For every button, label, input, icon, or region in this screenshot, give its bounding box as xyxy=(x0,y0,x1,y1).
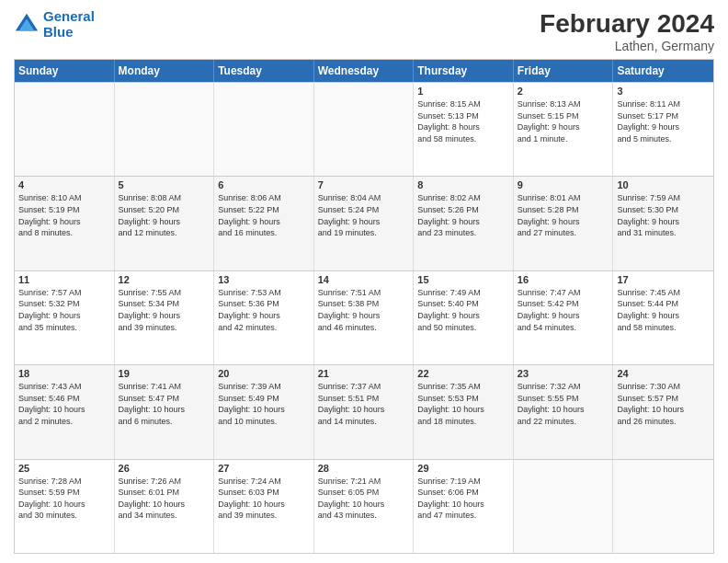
day-info: Sunrise: 7:57 AM Sunset: 5:32 PM Dayligh… xyxy=(18,287,110,333)
day-number: 5 xyxy=(119,179,210,190)
day-cell-8: 8Sunrise: 8:02 AM Sunset: 5:26 PM Daylig… xyxy=(414,177,514,270)
logo: General Blue xyxy=(14,9,95,40)
header-day-monday: Monday xyxy=(115,60,215,82)
day-cell-28: 28Sunrise: 7:21 AM Sunset: 6:05 PM Dayli… xyxy=(314,460,415,553)
day-cell-26: 26Sunrise: 7:26 AM Sunset: 6:01 PM Dayli… xyxy=(115,460,215,553)
day-number: 18 xyxy=(18,368,110,379)
calendar-row-5: 25Sunrise: 7:28 AM Sunset: 5:59 PM Dayli… xyxy=(15,459,713,553)
day-number: 10 xyxy=(617,179,710,190)
title-block: February 2024 Lathen, Germany xyxy=(540,9,714,53)
day-number: 3 xyxy=(617,86,710,97)
day-info: Sunrise: 8:13 AM Sunset: 5:15 PM Dayligh… xyxy=(518,98,609,144)
day-number: 15 xyxy=(417,274,509,285)
day-cell-10: 10Sunrise: 7:59 AM Sunset: 5:30 PM Dayli… xyxy=(613,177,713,270)
day-info: Sunrise: 7:30 AM Sunset: 5:57 PM Dayligh… xyxy=(617,381,710,427)
day-info: Sunrise: 7:59 AM Sunset: 5:30 PM Dayligh… xyxy=(617,192,710,238)
day-cell-18: 18Sunrise: 7:43 AM Sunset: 5:46 PM Dayli… xyxy=(15,365,115,458)
day-cell-11: 11Sunrise: 7:57 AM Sunset: 5:32 PM Dayli… xyxy=(15,271,115,364)
day-cell-2: 2Sunrise: 8:13 AM Sunset: 5:15 PM Daylig… xyxy=(514,83,614,176)
day-number: 13 xyxy=(218,274,310,285)
day-number: 26 xyxy=(119,463,210,474)
day-cell-4: 4Sunrise: 8:10 AM Sunset: 5:19 PM Daylig… xyxy=(15,177,115,270)
empty-cell xyxy=(514,460,614,553)
empty-cell xyxy=(314,83,415,176)
day-number: 1 xyxy=(417,86,509,97)
day-info: Sunrise: 7:37 AM Sunset: 5:51 PM Dayligh… xyxy=(318,381,410,427)
day-number: 14 xyxy=(318,274,410,285)
day-number: 17 xyxy=(617,274,710,285)
calendar: SundayMondayTuesdayWednesdayThursdayFrid… xyxy=(14,59,714,554)
header-day-wednesday: Wednesday xyxy=(314,60,415,82)
day-info: Sunrise: 7:35 AM Sunset: 5:53 PM Dayligh… xyxy=(417,381,509,427)
day-cell-20: 20Sunrise: 7:39 AM Sunset: 5:49 PM Dayli… xyxy=(214,365,314,458)
header: General Blue February 2024 Lathen, Germa… xyxy=(14,9,714,53)
month-title: February 2024 xyxy=(540,9,714,39)
day-info: Sunrise: 7:39 AM Sunset: 5:49 PM Dayligh… xyxy=(218,381,310,427)
day-info: Sunrise: 7:43 AM Sunset: 5:46 PM Dayligh… xyxy=(18,381,110,427)
day-cell-15: 15Sunrise: 7:49 AM Sunset: 5:40 PM Dayli… xyxy=(414,271,514,364)
day-cell-16: 16Sunrise: 7:47 AM Sunset: 5:42 PM Dayli… xyxy=(514,271,614,364)
day-number: 11 xyxy=(18,274,110,285)
day-number: 7 xyxy=(318,179,410,190)
day-cell-19: 19Sunrise: 7:41 AM Sunset: 5:47 PM Dayli… xyxy=(115,365,215,458)
day-info: Sunrise: 7:19 AM Sunset: 6:06 PM Dayligh… xyxy=(417,476,509,522)
calendar-row-3: 11Sunrise: 7:57 AM Sunset: 5:32 PM Dayli… xyxy=(15,270,713,364)
day-number: 12 xyxy=(119,274,210,285)
day-info: Sunrise: 7:49 AM Sunset: 5:40 PM Dayligh… xyxy=(417,287,509,333)
day-number: 28 xyxy=(318,463,410,474)
day-info: Sunrise: 7:55 AM Sunset: 5:34 PM Dayligh… xyxy=(119,287,210,333)
day-info: Sunrise: 7:51 AM Sunset: 5:38 PM Dayligh… xyxy=(318,287,410,333)
day-info: Sunrise: 8:06 AM Sunset: 5:22 PM Dayligh… xyxy=(218,192,310,238)
day-number: 4 xyxy=(18,179,110,190)
day-info: Sunrise: 8:01 AM Sunset: 5:28 PM Dayligh… xyxy=(518,192,609,238)
day-info: Sunrise: 7:32 AM Sunset: 5:55 PM Dayligh… xyxy=(518,381,609,427)
day-number: 2 xyxy=(518,86,609,97)
logo-text: General Blue xyxy=(43,9,95,40)
day-cell-14: 14Sunrise: 7:51 AM Sunset: 5:38 PM Dayli… xyxy=(314,271,415,364)
day-cell-1: 1Sunrise: 8:15 AM Sunset: 5:13 PM Daylig… xyxy=(414,83,514,176)
day-cell-25: 25Sunrise: 7:28 AM Sunset: 5:59 PM Dayli… xyxy=(15,460,115,553)
header-day-saturday: Saturday xyxy=(613,60,713,82)
empty-cell xyxy=(15,83,115,176)
day-cell-3: 3Sunrise: 8:11 AM Sunset: 5:17 PM Daylig… xyxy=(613,83,713,176)
empty-cell xyxy=(214,83,314,176)
day-info: Sunrise: 7:41 AM Sunset: 5:47 PM Dayligh… xyxy=(119,381,210,427)
day-number: 19 xyxy=(119,368,210,379)
empty-cell xyxy=(115,83,215,176)
day-cell-13: 13Sunrise: 7:53 AM Sunset: 5:36 PM Dayli… xyxy=(214,271,314,364)
location: Lathen, Germany xyxy=(540,39,714,53)
day-info: Sunrise: 7:28 AM Sunset: 5:59 PM Dayligh… xyxy=(18,476,110,522)
day-info: Sunrise: 7:24 AM Sunset: 6:03 PM Dayligh… xyxy=(218,476,310,522)
calendar-row-2: 4Sunrise: 8:10 AM Sunset: 5:19 PM Daylig… xyxy=(15,176,713,270)
day-info: Sunrise: 7:21 AM Sunset: 6:05 PM Dayligh… xyxy=(318,476,410,522)
logo-icon xyxy=(14,12,40,38)
logo-line1: General xyxy=(43,8,95,24)
day-cell-7: 7Sunrise: 8:04 AM Sunset: 5:24 PM Daylig… xyxy=(314,177,415,270)
day-cell-9: 9Sunrise: 8:01 AM Sunset: 5:28 PM Daylig… xyxy=(514,177,614,270)
day-number: 25 xyxy=(18,463,110,474)
day-info: Sunrise: 8:02 AM Sunset: 5:26 PM Dayligh… xyxy=(417,192,509,238)
header-day-sunday: Sunday xyxy=(15,60,115,82)
day-cell-12: 12Sunrise: 7:55 AM Sunset: 5:34 PM Dayli… xyxy=(115,271,215,364)
day-info: Sunrise: 7:26 AM Sunset: 6:01 PM Dayligh… xyxy=(119,476,210,522)
day-number: 16 xyxy=(518,274,609,285)
day-number: 6 xyxy=(218,179,310,190)
day-info: Sunrise: 8:04 AM Sunset: 5:24 PM Dayligh… xyxy=(318,192,410,238)
day-cell-6: 6Sunrise: 8:06 AM Sunset: 5:22 PM Daylig… xyxy=(214,177,314,270)
calendar-body: 1Sunrise: 8:15 AM Sunset: 5:13 PM Daylig… xyxy=(15,82,713,553)
day-info: Sunrise: 7:53 AM Sunset: 5:36 PM Dayligh… xyxy=(218,287,310,333)
header-day-tuesday: Tuesday xyxy=(214,60,314,82)
calendar-header: SundayMondayTuesdayWednesdayThursdayFrid… xyxy=(15,60,713,82)
header-day-thursday: Thursday xyxy=(414,60,514,82)
day-cell-22: 22Sunrise: 7:35 AM Sunset: 5:53 PM Dayli… xyxy=(414,365,514,458)
calendar-row-4: 18Sunrise: 7:43 AM Sunset: 5:46 PM Dayli… xyxy=(15,364,713,458)
day-number: 23 xyxy=(518,368,609,379)
day-cell-27: 27Sunrise: 7:24 AM Sunset: 6:03 PM Dayli… xyxy=(214,460,314,553)
day-number: 29 xyxy=(417,463,509,474)
day-cell-23: 23Sunrise: 7:32 AM Sunset: 5:55 PM Dayli… xyxy=(514,365,614,458)
day-number: 8 xyxy=(417,179,509,190)
day-info: Sunrise: 8:10 AM Sunset: 5:19 PM Dayligh… xyxy=(18,192,110,238)
day-cell-17: 17Sunrise: 7:45 AM Sunset: 5:44 PM Dayli… xyxy=(613,271,713,364)
page: General Blue February 2024 Lathen, Germa… xyxy=(0,0,728,563)
day-number: 9 xyxy=(518,179,609,190)
